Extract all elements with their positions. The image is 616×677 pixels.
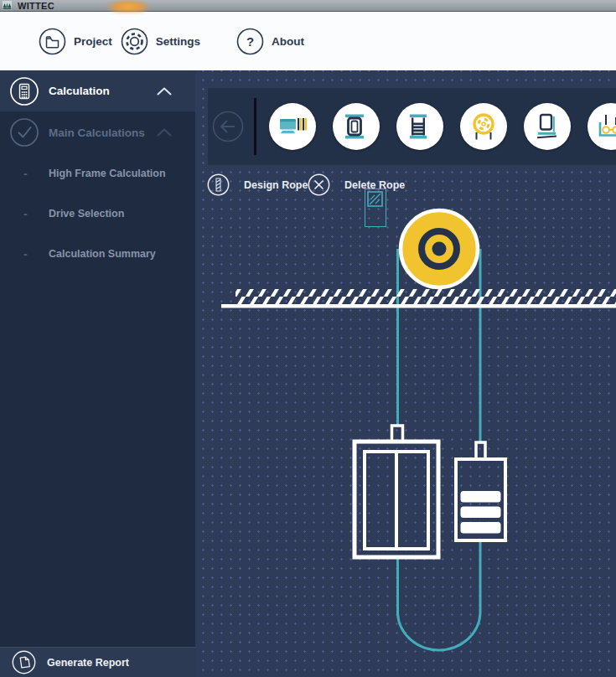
generate-report-button[interactable]: Generate Report (0, 647, 195, 677)
svg-text:?: ? (246, 34, 254, 49)
dash-bullet: - (23, 247, 34, 261)
background-window-glow (107, 0, 149, 12)
counterweight[interactable] (456, 442, 505, 540)
sidebar-item-label: Calculation (49, 85, 110, 97)
sidebar-item-label: Main Calculations (49, 127, 145, 139)
titlebar: WITTEC (0, 0, 616, 12)
sidebar-subitem-label: High Frame Calculation (49, 168, 166, 179)
shaft-schematic (195, 70, 616, 677)
dash-bullet: - (23, 207, 34, 220)
design-canvas[interactable]: Design Rope Delete Rope (195, 70, 616, 677)
report-document-icon (12, 650, 36, 674)
nav-item-about[interactable]: ? About (236, 28, 304, 55)
nav-label-about: About (272, 35, 304, 48)
sidebar-item-calculation[interactable]: Calculation (0, 70, 195, 111)
sidebar-item-drive-selection[interactable]: - Drive Selection (0, 194, 195, 234)
nav-label-settings: Settings (156, 35, 200, 48)
folder-icon (39, 28, 66, 55)
gear-icon (121, 28, 148, 55)
sidebar-item-calculation-summary[interactable]: - Calculation Summary (0, 234, 195, 274)
generate-report-label: Generate Report (47, 657, 129, 669)
sidebar-item-high-frame-calculation[interactable]: - High Frame Calculation (0, 153, 195, 194)
calculator-icon (9, 76, 39, 106)
nav-item-project[interactable]: Project (39, 28, 112, 55)
header-nav: Project Settings ? About (0, 12, 616, 70)
sidebar-item-main-calculations[interactable]: Main Calculations (0, 111, 195, 153)
sidebar-subitem-label: Calculation Summary (49, 248, 156, 260)
sidebar-subitem-label: Drive Selection (49, 208, 124, 220)
elevator-car[interactable] (355, 426, 438, 557)
traction-sheave[interactable] (401, 210, 478, 287)
chevron-up-icon (157, 87, 172, 96)
question-icon: ? (236, 28, 264, 55)
dash-bullet: - (23, 167, 34, 180)
sidebar: Calculation Main Calculations - High Fra… (0, 70, 195, 677)
check-circle-icon (9, 117, 39, 147)
app-logo-icon (3, 1, 12, 10)
window-title: WITTEC (18, 1, 54, 11)
wittec-app-window: WITTEC Project Settings ? Abo (0, 0, 616, 677)
chevron-up-icon (157, 128, 172, 137)
ceiling-slab (221, 289, 616, 308)
nav-label-project: Project (74, 35, 112, 48)
nav-item-settings[interactable]: Settings (121, 28, 200, 55)
